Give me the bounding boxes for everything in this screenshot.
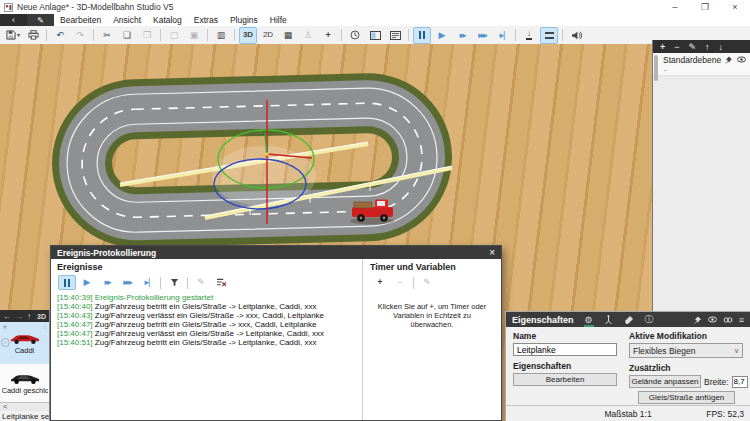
menu-hilfe[interactable]: Hilfe: [264, 14, 293, 26]
tab-transform[interactable]: [603, 312, 614, 327]
bearbeiten-button[interactable]: Bearbeiten: [513, 373, 617, 386]
menu-bearbeiten[interactable]: Bearbeiten: [54, 14, 107, 26]
log-filter-button[interactable]: [165, 275, 183, 290]
catalog-forward-button[interactable]: →: [15, 312, 23, 321]
menu-icon[interactable]: ≡: [739, 315, 744, 325]
pause-icon: [64, 279, 70, 287]
variant-circle-icon[interactable]: ○: [43, 324, 47, 331]
skip-end-button[interactable]: ▸|: [493, 27, 511, 44]
text-panel-button[interactable]: [386, 27, 404, 44]
event-log-panel-button[interactable]: [366, 27, 384, 44]
tab-info[interactable]: ⓘ: [644, 312, 655, 327]
cut-button[interactable]: ✂: [98, 27, 116, 44]
log-pause-button[interactable]: [58, 275, 76, 290]
catalog-back-button[interactable]: ←: [3, 312, 11, 321]
edit-mode-button[interactable]: ✎: [27, 14, 54, 26]
figure-view-button[interactable]: ♙: [299, 27, 317, 44]
close-button[interactable]: ×: [720, 0, 750, 14]
log-entry: [15:40:47] Zug/Fahrzeug verlässt ein Gle…: [57, 329, 356, 338]
layer-edit-button[interactable]: ✎: [689, 42, 697, 52]
print-button[interactable]: [24, 27, 42, 44]
sound-button[interactable]: [567, 27, 585, 44]
menu-plugins[interactable]: Plugins: [224, 14, 264, 26]
catalog-item-caddi-geschlossen[interactable]: Caddi geschlosse...: [0, 364, 49, 402]
gleis-anfuegen-button[interactable]: Gleis/Straße anfügen: [638, 391, 735, 404]
vehicle-caddi[interactable]: [350, 200, 394, 225]
catalog-collapse-button[interactable]: <: [0, 402, 49, 411]
log-entry: [15:40:39] Ereignis-Protokollierung gest…: [57, 293, 356, 302]
tab-paint[interactable]: [623, 312, 635, 327]
save-menu-icon: ▾: [17, 32, 20, 38]
layers-scrollbar[interactable]: [654, 55, 658, 81]
undo-button[interactable]: ↶: [51, 27, 69, 44]
active-modification-select[interactable]: Flexibles Biegen ∨: [629, 343, 743, 358]
menu-extras[interactable]: Extras: [188, 14, 224, 26]
clock-button[interactable]: [346, 27, 364, 44]
link-icon[interactable]: [723, 316, 733, 324]
catalog-3d-toggle[interactable]: 3D: [37, 313, 46, 320]
align-button[interactable]: [540, 27, 558, 44]
play-button[interactable]: ▶: [433, 27, 451, 44]
breite-input[interactable]: [732, 376, 748, 388]
favorite-star-icon[interactable]: ★: [2, 324, 8, 331]
timer-remove-button[interactable]: −: [391, 275, 409, 290]
gear-icon: ⚙: [585, 315, 593, 325]
layers-button[interactable]: ▥: [212, 27, 230, 44]
restore-button[interactable]: ❐: [690, 0, 720, 14]
menu-katalog[interactable]: Katalog: [147, 14, 188, 26]
timer-edit-button[interactable]: ✎: [418, 275, 436, 290]
minimize-button[interactable]: –: [660, 0, 690, 14]
pin-icon[interactable]: [725, 56, 733, 64]
fast-forward-button[interactable]: ▸▸: [453, 27, 471, 44]
gelaende-anpassen-button[interactable]: Gelände anpassen: [629, 375, 701, 388]
pin-icon[interactable]: [694, 316, 702, 324]
event-log-close-button[interactable]: ×: [489, 247, 495, 258]
eye-icon[interactable]: [708, 316, 717, 323]
app-icon: [4, 3, 13, 12]
layer-up-button[interactable]: ↑: [705, 42, 710, 52]
layers-panel: + − ✎ ↑ ↓ Standardebene: [652, 40, 750, 311]
view-3d-button[interactable]: 3D: [239, 27, 257, 44]
timer-add-button[interactable]: +: [371, 275, 389, 290]
view-2d-button[interactable]: 2D: [259, 27, 277, 44]
layer-remove-button[interactable]: −: [674, 42, 679, 52]
statusbar-right: Maßstab 1:1 FPS: 52,3: [506, 405, 750, 421]
snap-ground-button[interactable]: ↓: [520, 27, 538, 44]
catalog-item-caddi[interactable]: ★ ○ ✓ Caddi: [0, 322, 49, 364]
add-object-button[interactable]: +: [319, 27, 337, 44]
select-rect-button[interactable]: ▢: [165, 27, 183, 44]
log-play-button[interactable]: ▶: [78, 275, 96, 290]
copy-button[interactable]: ❏: [118, 27, 136, 44]
log-clear-button[interactable]: [212, 275, 230, 290]
layer-item-standardebene[interactable]: Standardebene -: [653, 53, 750, 76]
window-title: Neue Anlage* - 3D-Modellbahn Studio V5: [17, 2, 173, 12]
events-toolbar: ▶ ▸▸ ▸▸▸ ▸| ✎: [57, 275, 356, 290]
tab-settings[interactable]: ⚙: [584, 312, 594, 327]
select-value: Flexibles Biegen: [633, 346, 695, 356]
grid-button[interactable]: ▦: [279, 27, 297, 44]
redo-button[interactable]: ↷: [71, 27, 89, 44]
name-label: Name: [513, 331, 617, 341]
print-icon: [28, 30, 39, 40]
pause-button[interactable]: [413, 27, 431, 44]
log-edit-button[interactable]: ✎: [192, 275, 210, 290]
save-button[interactable]: ▾: [4, 27, 22, 44]
paint-icon: [624, 315, 634, 324]
fastest-forward-button[interactable]: ▸▸▸: [473, 27, 491, 44]
event-log-titlebar[interactable]: Ereignis-Protokollierung ×: [51, 246, 501, 259]
back-button[interactable]: ‹: [0, 14, 27, 26]
select-move-button[interactable]: ▣: [185, 27, 203, 44]
menu-ansicht[interactable]: Ansicht: [107, 14, 147, 26]
event-log-list[interactable]: [15:40:39] Ereignis-Protokollierung gest…: [57, 293, 356, 347]
layer-add-button[interactable]: +: [660, 42, 665, 52]
log-skip-end-button[interactable]: ▸|: [138, 275, 156, 290]
catalog-up-button[interactable]: ↑: [27, 312, 31, 321]
name-input[interactable]: [513, 343, 617, 356]
log-fast-forward-button[interactable]: ▸▸: [98, 275, 116, 290]
paste-button[interactable]: ❒: [138, 27, 156, 44]
toolbar-separator: [46, 29, 47, 41]
info-icon: ⓘ: [645, 313, 654, 326]
eye-icon[interactable]: [737, 56, 746, 63]
layer-down-button[interactable]: ↓: [719, 42, 724, 52]
log-fastest-forward-button[interactable]: ▸▸▸: [118, 275, 136, 290]
